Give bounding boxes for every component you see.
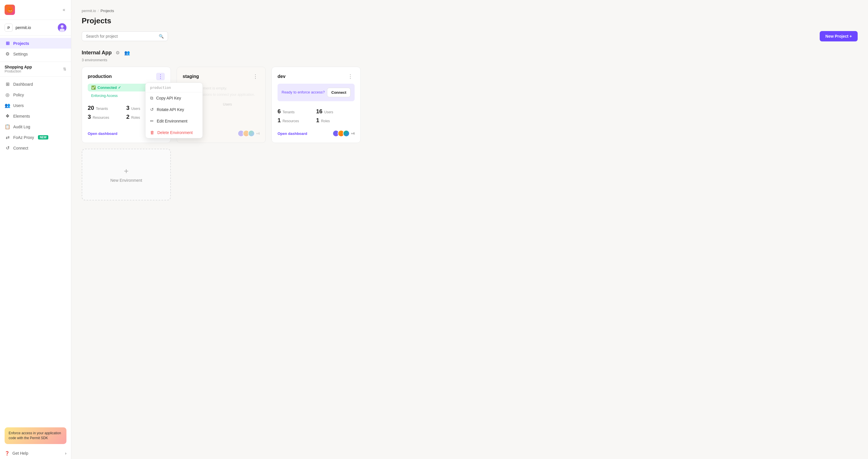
top-nav: ⊞ Projects ⚙ Settings: [0, 36, 71, 62]
delete-env-label: Delete Environment: [157, 130, 193, 135]
internal-app-members-button[interactable]: 👥: [124, 50, 131, 56]
sidebar-item-elements[interactable]: ❖ Elements: [0, 111, 71, 121]
users-icon: 👥: [5, 103, 10, 108]
staging-users-label: Users: [223, 102, 232, 106]
internal-app-settings-button[interactable]: ⚙: [115, 50, 120, 56]
resources-value: 3: [88, 114, 91, 120]
search-box[interactable]: 🔍: [82, 31, 168, 41]
users-label: Users: [131, 107, 140, 111]
env-card-header-production: production ⋮: [88, 73, 165, 80]
get-help-left: ❓ Get Help: [5, 451, 28, 456]
toolbar: 🔍 New Project +: [82, 31, 858, 41]
sidebar-item-settings[interactable]: ⚙ Settings: [0, 49, 71, 59]
open-dashboard-production[interactable]: Open dashboard: [88, 131, 117, 136]
resources-label: Resources: [93, 116, 109, 120]
dev-stat-tenants: 6 Tenants: [278, 108, 316, 115]
copy-api-key-item[interactable]: ⧉ Copy API Key: [146, 92, 203, 104]
connected-icon: ✅: [91, 85, 96, 90]
search-input[interactable]: [86, 34, 156, 38]
env-menu-button-staging[interactable]: ⋮: [251, 73, 260, 80]
sidebar-item-connect-label: Connect: [13, 146, 28, 150]
collapse-sidebar-button[interactable]: «: [62, 6, 66, 13]
page-title: Projects: [82, 17, 858, 25]
internal-app-title: Internal App: [82, 50, 112, 56]
help-icon: ❓: [5, 451, 9, 456]
internal-app-header: Internal App ⚙ 👥: [82, 50, 858, 56]
sidebar-item-policy-label: Policy: [13, 93, 24, 97]
delete-environment-item[interactable]: 🗑 Delete Environment: [146, 127, 203, 138]
env-card-header-staging: staging ⋮: [183, 73, 260, 80]
dev-stat-users: 16 Users: [316, 108, 354, 115]
dev-avatar-3: [343, 130, 350, 137]
enforce-banner: Enforce access in your application code …: [5, 427, 66, 444]
sidebar-item-elements-label: Elements: [13, 114, 30, 119]
breadcrumb-separator: /: [98, 9, 99, 13]
env-name-production: production: [88, 74, 112, 79]
sidebar-item-dashboard-label: Dashboard: [13, 82, 33, 87]
stat-tenants: 20 Tenants: [88, 105, 126, 111]
dropdown-menu: production ⧉ Copy API Key ↺ Rotate API K…: [145, 83, 203, 138]
users-value: 3: [126, 105, 129, 111]
audit-log-icon: 📋: [5, 124, 10, 129]
ready-text: Ready to enforce access?: [282, 90, 325, 95]
rotate-icon: ↺: [150, 107, 154, 112]
sidebar-item-users-label: Users: [13, 103, 24, 108]
staging-avatar-more: +4: [256, 132, 260, 135]
dev-resources-value: 1: [278, 117, 281, 124]
connect-icon: ↺: [5, 145, 10, 151]
breadcrumb-current: Projects: [100, 9, 114, 13]
staging-avatar-3: [248, 130, 255, 137]
main-content: permit.io / Projects Projects 🔍 New Proj…: [71, 0, 868, 459]
sub-nav: ⊞ Dashboard ◎ Policy 👥 Users ❖ Elements …: [0, 76, 71, 156]
get-help[interactable]: ❓ Get Help ›: [0, 448, 71, 459]
sidebar-item-foaz-proxy[interactable]: ⇄ FoAz Proxy NEW: [0, 132, 71, 143]
sidebar-item-audit-log[interactable]: 📋 Audit Log: [0, 121, 71, 132]
sidebar-item-users[interactable]: 👥 Users: [0, 100, 71, 111]
projects-icon: ⊞: [5, 40, 10, 46]
breadcrumb: permit.io / Projects: [82, 9, 858, 13]
rotate-api-key-item[interactable]: ↺ Rotate API Key: [146, 104, 203, 115]
policy-icon: ◎: [5, 92, 10, 97]
env-menu-button-production[interactable]: ⋮: [156, 73, 165, 80]
dev-users-value: 16: [316, 108, 322, 115]
settings-icon: ⚙: [5, 51, 10, 57]
roles-label: Roles: [131, 116, 140, 120]
search-icon: 🔍: [159, 34, 164, 38]
project-selector[interactable]: Shopping App Production ⇅: [0, 62, 71, 76]
roles-value: 2: [126, 114, 129, 120]
env-stats-dev: 6 Tenants 16 Users 1 Resources 1 Roles: [278, 108, 354, 124]
connect-button-dev[interactable]: Connect: [327, 88, 350, 97]
logo-icon: 🦊: [5, 5, 15, 15]
user-avatar: [58, 23, 66, 32]
avatar-stack-staging: +4: [238, 130, 260, 137]
env-menu-button-dev[interactable]: ⋮: [346, 73, 354, 80]
sidebar-item-foaz-proxy-label: FoAz Proxy: [13, 135, 34, 140]
edit-environment-item[interactable]: ✏ Edit Environment: [146, 115, 203, 127]
sidebar-item-settings-label: Settings: [13, 52, 28, 56]
breadcrumb-parent: permit.io: [82, 9, 96, 13]
connected-label: Connected ✓: [97, 85, 121, 90]
edit-icon: ✏: [150, 119, 154, 124]
sidebar-item-dashboard[interactable]: ⊞ Dashboard: [0, 79, 71, 89]
elements-icon: ❖: [5, 113, 10, 119]
new-env-plus-icon: +: [124, 166, 129, 176]
new-project-button[interactable]: New Project +: [820, 31, 858, 41]
project-info: Shopping App Production: [5, 65, 32, 73]
dev-tenants-value: 6: [278, 108, 281, 115]
rotate-api-label: Rotate API Key: [157, 107, 184, 112]
dev-users-label: Users: [324, 110, 333, 114]
sidebar: 🦊 « P permit.io ⊞ Projects ⚙ Settings Sh…: [0, 0, 71, 459]
env-card-header-dev: dev ⋮: [278, 73, 354, 80]
env-name-staging: staging: [183, 74, 199, 79]
sidebar-item-projects-label: Projects: [13, 41, 29, 46]
workspace-name: permit.io: [16, 25, 55, 30]
sidebar-item-projects[interactable]: ⊞ Projects: [0, 38, 71, 49]
new-environment-card[interactable]: + New Environment: [82, 149, 171, 201]
dev-tenants-label: Tenants: [282, 110, 294, 114]
open-dashboard-dev[interactable]: Open dashboard: [278, 131, 307, 136]
sidebar-item-connect[interactable]: ↺ Connect: [0, 143, 71, 153]
dev-avatar-more: +4: [351, 132, 354, 135]
dev-roles-label: Roles: [321, 119, 330, 123]
sidebar-item-policy[interactable]: ◎ Policy: [0, 89, 71, 100]
workspace-row[interactable]: P permit.io: [0, 20, 71, 36]
